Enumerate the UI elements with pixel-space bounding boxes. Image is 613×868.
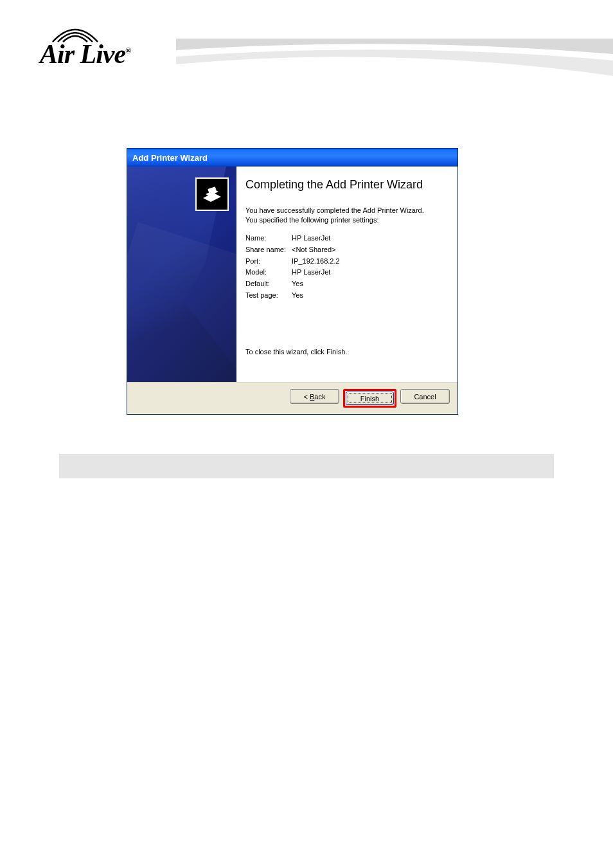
table-row: Port: IP_192.168.2.2 xyxy=(245,255,340,267)
setting-label: Test page: xyxy=(245,290,292,302)
setting-label: Model: xyxy=(245,267,292,278)
setting-value: Yes xyxy=(292,278,340,290)
finish-button-highlight: Finish xyxy=(343,389,396,408)
dialog-titlebar[interactable]: Add Printer Wizard xyxy=(127,149,458,167)
wizard-side-graphic xyxy=(127,167,236,382)
table-row: Model: HP LaserJet xyxy=(245,267,340,278)
printer-icon xyxy=(195,177,229,211)
wizard-heading: Completing the Add Printer Wizard xyxy=(245,178,450,192)
setting-value: <Not Shared> xyxy=(292,244,340,255)
printer-settings-table: Name: HP LaserJet Share name: <Not Share… xyxy=(245,232,340,301)
table-row: Test page: Yes xyxy=(245,290,340,302)
dialog-button-row: < Back Finish Cancel xyxy=(127,382,458,414)
wizard-intro: You have successfully completed the Add … xyxy=(245,206,450,225)
setting-value: HP LaserJet xyxy=(292,232,340,244)
header-swoosh-graphic xyxy=(176,39,613,96)
setting-label: Default: xyxy=(245,278,292,290)
wizard-content: Completing the Add Printer Wizard You ha… xyxy=(236,167,458,382)
setting-value: HP LaserJet xyxy=(292,267,340,278)
setting-label: Share name: xyxy=(245,244,292,255)
dialog-title: Add Printer Wizard xyxy=(132,153,208,163)
setting-value: Yes xyxy=(292,290,340,302)
table-row: Share name: <Not Shared> xyxy=(245,244,340,255)
back-button[interactable]: < Back xyxy=(290,389,339,404)
close-instruction: To close this wizard, click Finish. xyxy=(245,347,450,357)
cancel-button[interactable]: Cancel xyxy=(400,389,450,404)
setting-value: IP_192.168.2.2 xyxy=(292,255,340,267)
footer-band xyxy=(59,454,554,478)
table-row: Default: Yes xyxy=(245,278,340,290)
brand-logo-text: Air Live® xyxy=(40,39,130,69)
table-row: Name: HP LaserJet xyxy=(245,232,340,244)
add-printer-wizard-dialog: Add Printer Wizard Completing the Add Pr… xyxy=(127,148,458,415)
finish-button[interactable]: Finish xyxy=(346,392,394,405)
brand-logo: Air Live® xyxy=(40,23,175,68)
dialog-body: Completing the Add Printer Wizard You ha… xyxy=(127,167,458,382)
setting-label: Port: xyxy=(245,255,292,267)
setting-label: Name: xyxy=(245,232,292,244)
